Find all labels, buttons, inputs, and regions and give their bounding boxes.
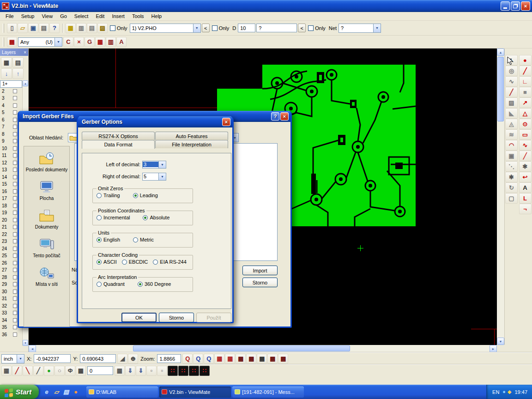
restore-button[interactable] bbox=[511, 1, 520, 11]
left-decimal-combo[interactable]: 3 ▼ bbox=[142, 161, 166, 169]
zoom-value[interactable]: 1.8866 bbox=[157, 354, 181, 363]
scroll-left-icon[interactable]: ◄ bbox=[29, 345, 36, 352]
save-file-icon[interactable]: ▣ bbox=[28, 23, 38, 33]
layer-color-swatch[interactable] bbox=[13, 110, 17, 115]
radio-option[interactable]: English bbox=[97, 237, 120, 242]
grid-red2-icon[interactable]: ▦ bbox=[225, 354, 235, 364]
layer-color-swatch[interactable] bbox=[13, 282, 17, 286]
star-draw-icon[interactable]: ✱ bbox=[519, 161, 532, 172]
measure-tool-icon[interactable]: ╱ bbox=[505, 87, 518, 97]
layer-color-swatch[interactable] bbox=[13, 311, 17, 315]
right-decimal-combo[interactable]: 5 ▼ bbox=[142, 173, 166, 181]
layer-list-icon[interactable]: ▤ bbox=[12, 57, 24, 68]
layer-item[interactable]: 36 bbox=[0, 331, 22, 339]
dialog-help-button[interactable]: ? bbox=[271, 112, 279, 121]
layer-color-swatch[interactable] bbox=[13, 103, 17, 108]
radio-option[interactable]: 360 Degree bbox=[138, 281, 171, 287]
elbow-draw-icon[interactable]: ∟ bbox=[519, 76, 532, 87]
layer-item[interactable]: 1+ bbox=[0, 80, 22, 88]
reddot3-icon[interactable]: ∷ bbox=[189, 366, 199, 376]
layer-color-swatch[interactable] bbox=[13, 239, 17, 243]
layer-item[interactable]: 2 bbox=[0, 88, 22, 95]
layer-item[interactable]: 4 bbox=[0, 102, 22, 109]
cancel-button[interactable]: Storno bbox=[242, 278, 278, 287]
radio-option[interactable]: EIA RS-244 bbox=[153, 259, 186, 265]
layer-color-swatch[interactable] bbox=[13, 118, 17, 122]
rotate-tool-icon[interactable]: ↻ bbox=[505, 182, 518, 193]
swap-icon[interactable]: × bbox=[74, 37, 84, 47]
apply-button[interactable]: Použít bbox=[196, 313, 231, 322]
slash3-icon[interactable]: ╱ bbox=[33, 366, 43, 376]
layer-color-swatch[interactable] bbox=[13, 146, 17, 151]
import-button[interactable]: Import bbox=[242, 266, 278, 275]
radio-option[interactable]: Leading bbox=[133, 193, 158, 198]
only-net-checkbox[interactable]: Only bbox=[308, 25, 326, 31]
aperture-filter-combo[interactable]: Any (U) ▼ bbox=[18, 37, 62, 47]
tab-auto-features[interactable]: Auto Features bbox=[155, 132, 228, 140]
layer-color-swatch[interactable] bbox=[13, 189, 17, 193]
chevron-down-icon[interactable]: ▼ bbox=[158, 161, 166, 168]
zoom-in-icon[interactable]: Q bbox=[193, 354, 203, 364]
print-icon[interactable]: ▤ bbox=[39, 23, 49, 33]
layer-color-swatch[interactable] bbox=[13, 96, 17, 100]
prev-dcode-button[interactable]: < bbox=[298, 24, 306, 32]
chevron-down-icon[interactable]: ▼ bbox=[158, 173, 166, 180]
layer-item[interactable]: 3 bbox=[0, 95, 22, 102]
trace-tool-icon[interactable]: ∿ bbox=[505, 76, 518, 87]
radio-option[interactable]: EBCDIC bbox=[122, 259, 148, 265]
layer-color-swatch[interactable] bbox=[13, 161, 17, 165]
pattern1-icon[interactable]: ▩ bbox=[236, 354, 246, 364]
cancel-button[interactable]: Storno bbox=[159, 313, 194, 322]
highlight-dot-icon[interactable]: ● bbox=[44, 366, 54, 376]
toolbar-grip[interactable] bbox=[3, 24, 4, 33]
start-button[interactable]: Start bbox=[0, 385, 39, 399]
dialog-close-button[interactable]: × bbox=[222, 118, 230, 126]
layer-color-swatch[interactable] bbox=[13, 89, 17, 93]
slash-draw-icon[interactable]: ╱ bbox=[519, 151, 532, 161]
square-draw-icon[interactable]: ■ bbox=[519, 87, 532, 97]
close-icon[interactable]: × bbox=[24, 50, 26, 55]
layer-color-swatch[interactable] bbox=[13, 132, 17, 136]
hook-draw-icon[interactable]: ↩ bbox=[519, 172, 532, 182]
grid-red-icon[interactable]: ▦ bbox=[95, 37, 105, 47]
update-tray-icon[interactable]: ◆ bbox=[508, 389, 511, 395]
frame-tool-icon[interactable]: ▣ bbox=[505, 151, 518, 161]
dialog-close-button[interactable]: × bbox=[280, 112, 289, 121]
radio-option[interactable]: Absolute bbox=[143, 215, 169, 220]
menu-item[interactable]: Edit bbox=[92, 12, 108, 20]
pattern2-icon[interactable]: ▩ bbox=[246, 354, 256, 364]
pattern5-icon[interactable]: ▩ bbox=[278, 354, 288, 364]
line-draw-icon[interactable]: ╱ bbox=[519, 66, 532, 76]
task-button[interactable]: V2.bin - ViewMate bbox=[159, 387, 231, 398]
layer-color-swatch[interactable] bbox=[13, 268, 17, 272]
layer-color-swatch[interactable] bbox=[13, 304, 17, 308]
layer-color-swatch[interactable] bbox=[13, 225, 17, 229]
folder-launch-icon[interactable]: ▱ bbox=[52, 388, 60, 396]
wedge-tool-icon[interactable]: ◬ bbox=[505, 119, 518, 129]
task-button[interactable]: [191-482-091] - Mess... bbox=[232, 387, 304, 398]
menu-item[interactable]: File bbox=[2, 12, 18, 20]
dcode-g-icon[interactable]: G bbox=[85, 37, 95, 47]
select-traces-icon[interactable]: ▥ bbox=[76, 23, 86, 33]
minimize-button[interactable] bbox=[501, 1, 510, 11]
layer-color-swatch[interactable] bbox=[13, 232, 17, 236]
arc-tool-icon[interactable]: ◠ bbox=[505, 140, 518, 151]
pad-draw-icon[interactable]: ● bbox=[519, 55, 532, 66]
layer-color-swatch[interactable] bbox=[13, 261, 17, 265]
layer-color-swatch[interactable] bbox=[13, 204, 17, 208]
tab-data-format[interactable]: Data Format bbox=[82, 140, 155, 149]
counter-value[interactable]: 0 bbox=[87, 366, 113, 375]
pattern4-icon[interactable]: ▩ bbox=[267, 354, 278, 364]
place-desktop[interactable]: Plocha bbox=[24, 181, 69, 201]
squiggle-draw-icon[interactable]: ∿ bbox=[519, 140, 532, 151]
ok-button[interactable]: OK bbox=[121, 313, 157, 322]
layer-color-swatch[interactable] bbox=[13, 290, 17, 294]
diameter-icon[interactable]: Φ bbox=[65, 366, 75, 376]
menu-item[interactable]: Help bbox=[148, 12, 166, 20]
drop2-icon[interactable]: ⇓ bbox=[136, 366, 146, 376]
prev-layer-button[interactable]: < bbox=[202, 24, 210, 32]
origin-icon[interactable]: ⊕ bbox=[128, 354, 138, 364]
open-file-icon[interactable]: ▱ bbox=[18, 23, 28, 33]
layer-color-swatch[interactable] bbox=[13, 275, 17, 279]
menu-item[interactable]: Select bbox=[71, 12, 92, 20]
